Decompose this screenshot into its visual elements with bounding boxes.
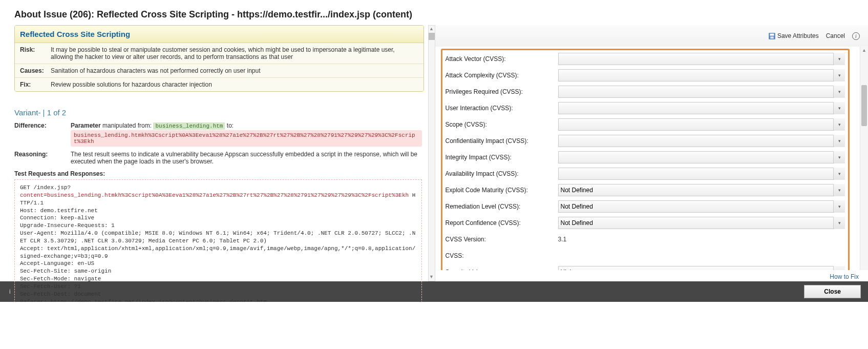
main-container: Reflected Cross Site Scripting Risk: It …: [0, 25, 868, 281]
issue-fix-row: Fix: Review possible solutions for hazar…: [15, 78, 424, 91]
footer-info-icon[interactable]: i: [9, 288, 11, 295]
scrollbar-thumb[interactable]: [861, 85, 867, 126]
issue-summary-box: Reflected Cross Site Scripting Risk: It …: [14, 25, 424, 92]
row-attack-complexity: Attack Complexity (CVSS):: [446, 69, 845, 82]
request-response-box: GET /index.jsp? content=business_lending…: [14, 179, 422, 302]
risk-text: It may be possible to steal or manipulat…: [51, 46, 418, 60]
select-scope[interactable]: [558, 118, 845, 131]
row-integrity: Integrity Impact (CVSS):: [446, 151, 845, 164]
difference-value: Parameter manipulated from: business_len…: [71, 122, 431, 147]
left-scrollbar[interactable]: ▲ ▼: [428, 25, 435, 281]
reasoning-text: The test result seems to indicate a vuln…: [71, 151, 431, 165]
causes-label: Causes:: [20, 67, 51, 74]
label-availability: Availability Impact (CVSS):: [446, 170, 558, 177]
manipulated-text: manipulated from:: [101, 122, 154, 129]
to-text: to:: [225, 122, 234, 129]
select-user-interaction[interactable]: [558, 102, 845, 114]
svg-rect-1: [770, 33, 774, 35]
scroll-up-icon[interactable]: ▲: [429, 26, 435, 33]
select-report-conf[interactable]: Not Defined: [558, 217, 845, 229]
label-integrity: Integrity Impact (CVSS):: [446, 154, 558, 161]
scrollbar-thumb[interactable]: [429, 33, 435, 40]
select-confidentiality[interactable]: [558, 135, 845, 147]
close-button[interactable]: Close: [804, 285, 861, 298]
scroll-up-icon[interactable]: ▲: [860, 47, 868, 54]
fix-text: Review possible solutions for hazardous …: [51, 81, 418, 88]
select-privileges[interactable]: [558, 86, 845, 98]
select-remediation[interactable]: Not Defined: [558, 200, 845, 213]
cvss-highlight-box: Attack Vector (CVSS): Attack Complexity …: [441, 49, 850, 270]
cancel-button[interactable]: Cancel: [826, 32, 845, 39]
label-cvss: CVSS:: [446, 252, 558, 259]
row-exploit-maturity: Exploit Code Maturity (CVSS): Not Define…: [446, 183, 845, 197]
label-scope: Scope (CVSS):: [446, 121, 558, 128]
label-privileges: Privileges Required (CVSS):: [446, 88, 558, 95]
svg-rect-2: [770, 36, 774, 38]
value-cvss-version: 3.1: [558, 236, 845, 243]
fix-label: Fix:: [20, 81, 51, 88]
how-to-fix-link[interactable]: How to Fix: [435, 270, 869, 281]
label-cvss-version: CVSS Version:: [446, 236, 558, 243]
row-availability: Availability Impact (CVSS):: [446, 167, 845, 180]
req-content-line: content=business_lending.htmkh%3Cscript%…: [20, 192, 409, 198]
page-title: About Issue (206): Reflected Cross Site …: [0, 0, 868, 25]
row-cvss-version: CVSS Version: 3.1: [446, 233, 845, 246]
label-exploit-maturity: Exploit Code Maturity (CVSS):: [446, 187, 558, 194]
param-word: Parameter: [71, 122, 101, 129]
save-icon: [769, 33, 775, 39]
reasoning-label: Reasoning:: [14, 151, 71, 165]
issue-causes-row: Causes: Sanitation of hazardous characte…: [15, 64, 424, 78]
save-attributes-label: Save Attributes: [777, 32, 819, 39]
label-remediation: Remediation Level (CVSS):: [446, 203, 558, 210]
form-area: Attack Vector (CVSS): Attack Complexity …: [435, 47, 860, 270]
test-requests-header: Test Requests and Responses:: [14, 170, 431, 177]
row-scope: Scope (CVSS):: [446, 118, 845, 131]
right-scrollbar[interactable]: ▲: [860, 47, 868, 270]
issue-header: Reflected Cross Site Scripting: [15, 26, 424, 43]
left-panel: Reflected Cross Site Scripting Risk: It …: [0, 25, 434, 281]
right-panel: Save Attributes Cancel i Attack Vector (…: [434, 25, 869, 281]
label-attack-complexity: Attack Complexity (CVSS):: [446, 72, 558, 79]
label-attack-vector: Attack Vector (CVSS):: [446, 55, 558, 63]
label-severity: Severity Value:: [446, 269, 558, 270]
causes-text: Sanitation of hazardous characters was n…: [51, 67, 418, 74]
row-cvss: CVSS:: [446, 249, 845, 262]
label-report-conf: Report Confidence (CVSS):: [446, 219, 558, 227]
risk-label: Risk:: [20, 46, 51, 53]
select-exploit-maturity[interactable]: Not Defined: [558, 184, 845, 196]
select-severity[interactable]: High: [558, 266, 845, 270]
select-attack-vector[interactable]: [558, 53, 845, 65]
row-remediation: Remediation Level (CVSS): Not Defined: [446, 200, 845, 213]
difference-row: Difference: Parameter manipulated from: …: [14, 122, 431, 147]
row-report-conf: Report Confidence (CVSS): Not Defined: [446, 216, 845, 230]
row-severity: Severity Value: High: [446, 265, 845, 270]
select-availability[interactable]: [558, 168, 845, 180]
label-confidentiality: Confidentiality Impact (CVSS):: [446, 137, 558, 145]
req-headers: Host: demo.testfire.net Connection: keep…: [20, 208, 415, 302]
select-integrity[interactable]: [558, 151, 845, 163]
req-get-line: GET /index.jsp?: [20, 184, 71, 191]
variant-title: Variant- | 1 of 2: [14, 108, 431, 117]
issue-risk-row: Risk: It may be possible to steal or man…: [15, 43, 424, 64]
difference-label: Difference:: [14, 122, 71, 147]
param-original: business_lending.htm: [153, 122, 225, 130]
row-user-interaction: User Interaction (CVSS):: [446, 101, 845, 115]
select-attack-complexity[interactable]: [558, 69, 845, 81]
save-attributes-button[interactable]: Save Attributes: [769, 32, 819, 39]
right-toolbar: Save Attributes Cancel i: [435, 25, 869, 47]
param-modified: business_lending.htmkh%3Cscript%0A%3Eeva…: [71, 130, 422, 147]
scroll-down-icon[interactable]: ▼: [429, 274, 435, 281]
right-body: Attack Vector (CVSS): Attack Complexity …: [435, 47, 869, 270]
info-icon[interactable]: i: [852, 32, 860, 40]
row-confidentiality: Confidentiality Impact (CVSS):: [446, 134, 845, 148]
reasoning-row: Reasoning: The test result seems to indi…: [14, 151, 431, 165]
row-privileges: Privileges Required (CVSS):: [446, 85, 845, 98]
label-user-interaction: User Interaction (CVSS):: [446, 105, 558, 112]
row-attack-vector: Attack Vector (CVSS):: [446, 52, 845, 66]
